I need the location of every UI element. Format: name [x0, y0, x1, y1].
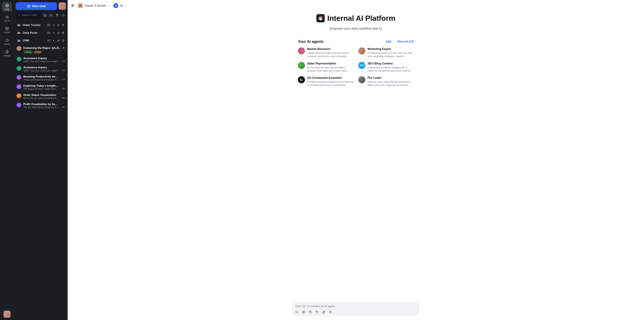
prompt-library-icon[interactable]	[309, 310, 312, 313]
rail-label: Settings	[4, 55, 10, 57]
plugin-selector[interactable]: 10	[113, 3, 127, 8]
svg-rect-9	[6, 29, 7, 30]
trash-icon[interactable]	[62, 39, 65, 42]
filter-button[interactable]	[54, 13, 60, 18]
svg-rect-4	[6, 16, 8, 18]
svg-point-36	[303, 311, 304, 312]
list-view-button[interactable]	[48, 13, 54, 18]
trash-icon[interactable]	[62, 32, 65, 34]
chat-row[interactable]: Boosting Productivity with Gen... **How …	[16, 74, 66, 83]
chat-time: · 3w	[61, 60, 65, 62]
svg-point-6	[8, 17, 8, 17]
rail-item-models[interactable]: Models	[2, 37, 12, 46]
agent-card[interactable]: SEO SEO Blog Content A seasoned, profici…	[358, 62, 414, 73]
chevron-down-icon	[124, 4, 127, 7]
plus-icon[interactable]	[52, 32, 55, 34]
chat-tag: coding	[23, 51, 32, 54]
plus-icon[interactable]	[52, 39, 55, 42]
folder-name: Order Tracker	[23, 24, 46, 27]
agent-desc: A seasoned, proficient blogger with a kn…	[368, 66, 414, 73]
agents-edit-link[interactable]: Edit	[386, 40, 391, 43]
plugin-count: 10	[120, 4, 123, 8]
new-chat-button[interactable]: New chat	[16, 2, 57, 10]
agent-desc: An AI-powered sales representative assis…	[307, 66, 354, 73]
mic-icon[interactable]	[329, 310, 332, 313]
svg-point-18	[50, 15, 50, 15]
folder-row[interactable]: Order Tracker (6)	[16, 21, 66, 29]
agents-viewall-link[interactable]: View all (17)	[397, 40, 414, 43]
agent-card[interactable]: Sales Pepresentative An AI-powered sales…	[298, 62, 354, 73]
agent-desc: A marketing expert who can help you with…	[368, 51, 414, 58]
hero-title: Internal AI Platform	[327, 14, 396, 23]
composer[interactable]	[292, 302, 420, 316]
svg-point-5	[6, 17, 7, 17]
svg-point-2	[7, 5, 7, 6]
chat-row[interactable]: Profit Visualization by Segment... The b…	[16, 101, 66, 110]
chat-avatar	[16, 57, 22, 62]
chat-row[interactable]: Assistance Inquiry Hello! How can I assi…	[16, 55, 66, 64]
chat-row[interactable]: Assistance Inquiry Hello! How can I assi…	[16, 64, 66, 74]
plugin-badge-icon	[113, 3, 118, 8]
chat-preview: Here's the pie chart visualizing the ...	[23, 97, 59, 99]
agent-card[interactable]: Git Commands Assistant A helpful assista…	[298, 76, 354, 87]
chat-row[interactable]: Explaining the Regex: ([A-Z]... ★ coding…	[16, 45, 66, 55]
agent-card[interactable]: Marketing Expert A marketing expert who …	[358, 47, 414, 58]
chat-title: Profit Visualization by Segment...	[23, 103, 59, 106]
rail-item-settings[interactable]: Settings	[2, 49, 12, 58]
folder-row[interactable]: CRM (3)	[16, 37, 66, 45]
svg-point-19	[50, 16, 50, 16]
rail-item-chat[interactable]: Chat	[2, 2, 12, 12]
chat-preview: The blog post cover image has bee...	[23, 88, 59, 90]
agent-name: Sales Pepresentative	[307, 62, 354, 65]
model-label: Claude 3 Sonnet	[84, 4, 106, 8]
chat-preview: Hello! How can I assist you today?	[23, 69, 59, 72]
chat-preview: The bar chart above visualizes the ...	[23, 106, 59, 109]
chat-avatar	[16, 94, 22, 98]
chat-row[interactable]: Exploring Today's Insights from... The b…	[16, 83, 66, 92]
svg-point-15	[29, 6, 30, 6]
tag-icon[interactable]	[316, 310, 318, 313]
agent-card[interactable]: Pro Coder Help you write code without ov…	[358, 76, 414, 87]
folder-row[interactable]: Daily Posts (3)	[16, 29, 66, 37]
edit-icon[interactable]	[57, 32, 60, 34]
rail-item-plugins[interactable]: Plugins	[2, 26, 12, 35]
mention-icon[interactable]	[302, 310, 305, 313]
rail-item-agents[interactable]: Agents	[2, 14, 12, 23]
chat-time: · 9w	[61, 97, 65, 99]
agent-name: Pro Coder	[368, 76, 414, 80]
search-box[interactable]	[16, 12, 42, 19]
trash-icon[interactable]	[62, 24, 65, 27]
chat-title: Exploring Today's Insights from...	[23, 84, 59, 87]
user-avatar-top[interactable]	[58, 3, 66, 10]
chat-sidebar: New chat Order Tracker (6)	[14, 0, 68, 320]
svg-point-35	[302, 311, 305, 313]
edit-icon[interactable]	[57, 24, 60, 27]
svg-rect-25	[115, 6, 116, 7]
folder-icon	[17, 39, 21, 43]
chat-avatar	[16, 103, 22, 108]
agent-card[interactable]: Market Research Market Research helps un…	[298, 47, 354, 58]
nav-rail: Chat Agents Plugins Models Settings	[0, 0, 14, 320]
user-avatar-rail[interactable]	[4, 311, 11, 318]
search-input[interactable]	[22, 14, 39, 17]
rail-label: Models	[4, 43, 10, 45]
svg-point-14	[29, 6, 29, 6]
search-icon[interactable]	[295, 310, 298, 313]
collapse-sidebar-icon[interactable]	[70, 4, 75, 8]
agent-desc: A helpful assistant to guide you through…	[307, 80, 354, 87]
hero-subtitle: Empower your daily workflow with AI	[68, 27, 644, 31]
new-folder-button[interactable]	[42, 13, 48, 18]
composer-input[interactable]	[295, 304, 416, 308]
chat-plus-icon	[27, 4, 30, 8]
chat-row[interactable]: Order Status Visualization Here's the pi…	[16, 92, 66, 101]
folder-icon	[17, 31, 21, 35]
sort-button[interactable]	[60, 13, 66, 18]
edit-icon[interactable]	[57, 39, 60, 42]
model-selector[interactable]: A\ Claude 3 Sonnet	[78, 3, 110, 8]
folder-count: (3)	[47, 39, 50, 42]
svg-point-11	[6, 51, 8, 52]
plus-icon[interactable]	[52, 24, 55, 27]
folder-count: (6)	[47, 24, 50, 27]
svg-point-33	[300, 80, 302, 81]
attachment-icon[interactable]	[322, 310, 326, 313]
